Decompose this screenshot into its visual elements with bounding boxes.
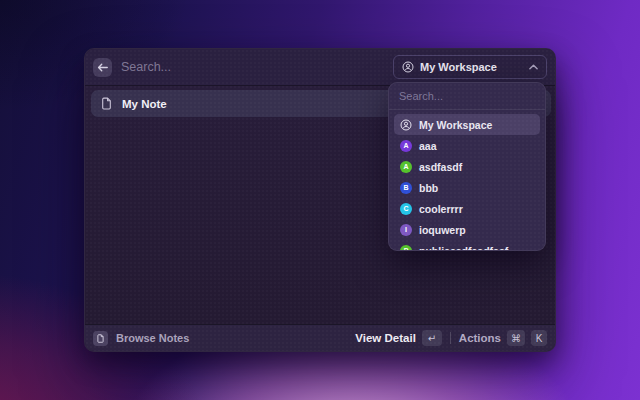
workspace-item-my-workspace[interactable]: My Workspace [394,114,540,135]
actions-button[interactable]: Actions [459,332,501,344]
workspace-search-input[interactable]: Search... [389,83,545,110]
workspace-item-label: My Workspace [419,119,492,131]
workspace-item-label: bbb [419,182,438,194]
workspace-item-asdfasdf[interactable]: A asdfasdf [394,156,540,177]
person-circle-icon [400,119,412,131]
workspace-avatar: A [400,161,412,173]
footer-divider [450,332,451,344]
workspace-item-label: publicasdfasdfasf [419,245,508,252]
list-item-label: My Note [122,98,167,110]
workspace-item-label: coolerrrr [419,203,463,215]
back-button[interactable] [93,58,112,77]
workspace-list: My Workspace A aaa A asdfasdf B bbb C co… [389,110,545,251]
workspace-selector-label: My Workspace [420,61,497,73]
workspace-item-ioquwerp[interactable]: I ioquwerp [394,219,540,240]
arrow-left-icon [97,63,108,72]
search-input[interactable]: Search... [121,60,171,74]
chevron-up-icon [529,64,538,70]
workspace-selector-button[interactable]: My Workspace [393,55,547,79]
footer-actions: View Detail ↵ Actions ⌘ K [355,330,547,346]
workspace-avatar: C [400,203,412,215]
window-header: Search... My Workspace [85,49,555,86]
workspace-avatar: I [400,224,412,236]
workspace-item-label: asdfasdf [419,161,462,173]
k-keycap[interactable]: K [531,330,547,346]
notes-app-icon [93,331,108,346]
workspace-item-label: ioquwerp [419,224,466,236]
workspace-avatar: B [400,182,412,194]
person-circle-icon [402,61,414,73]
workspace-item-aaa[interactable]: A aaa [394,135,540,156]
return-keycap[interactable]: ↵ [422,330,442,346]
workspace-avatar: P [400,245,412,252]
document-icon [100,97,113,110]
desktop-wallpaper: Search... My Workspace My Note [0,0,640,400]
command-keycap[interactable]: ⌘ [507,330,525,346]
workspace-item-publicasdfasdfasf[interactable]: P publicasdfasdfasf [394,240,540,251]
workspace-avatar: A [400,140,412,152]
window-footer: Browse Notes View Detail ↵ Actions ⌘ K [85,324,555,351]
workspace-dropdown-panel: Search... My Workspace A aaa A asdfasdf … [388,82,546,251]
workspace-item-label: aaa [419,140,437,152]
workspace-item-coolerrrr[interactable]: C coolerrrr [394,198,540,219]
view-detail-button[interactable]: View Detail [355,332,416,344]
workspace-item-bbb[interactable]: B bbb [394,177,540,198]
browse-notes-label: Browse Notes [116,332,189,344]
